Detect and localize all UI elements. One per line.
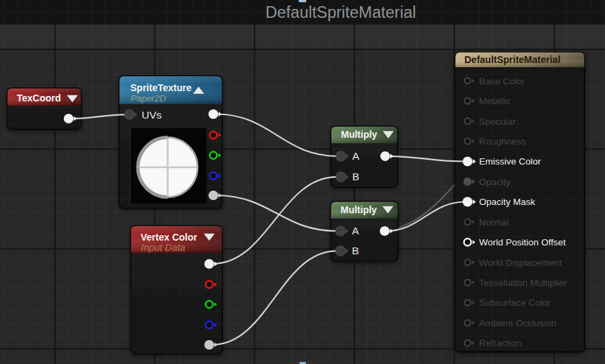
svg-text:Multiply: Multiply xyxy=(341,204,377,215)
svg-text:DefaultSpriteMaterial: DefaultSpriteMaterial xyxy=(265,3,416,21)
svg-text:Refraction: Refraction xyxy=(479,338,522,348)
svg-text:Paper2D: Paper2D xyxy=(131,93,166,104)
svg-text:UVs: UVs xyxy=(142,109,163,121)
svg-text:Metallic: Metallic xyxy=(479,96,511,106)
svg-text:TexCoord: TexCoord xyxy=(17,93,61,104)
svg-text:A: A xyxy=(352,225,359,236)
svg-text:Roughness: Roughness xyxy=(479,136,527,147)
svg-text:Normal: Normal xyxy=(479,217,510,228)
svg-text:A: A xyxy=(353,150,360,162)
svg-text:B: B xyxy=(353,171,359,182)
svg-text:Base Color: Base Color xyxy=(479,76,525,86)
svg-text:DefaultSpriteMaterial: DefaultSpriteMaterial xyxy=(464,54,560,65)
svg-text:Input Data: Input Data xyxy=(141,242,186,253)
svg-text:Opacity: Opacity xyxy=(479,177,511,187)
svg-text:SpriteTexture: SpriteTexture xyxy=(130,82,191,93)
svg-text:Ambient Occlusion: Ambient Occlusion xyxy=(479,318,557,328)
svg-text:Multiply: Multiply xyxy=(341,129,377,140)
svg-text:Specular: Specular xyxy=(479,117,517,127)
svg-text:Tessellation Multiplier: Tessellation Multiplier xyxy=(479,278,568,288)
svg-text:Subsurface Color: Subsurface Color xyxy=(479,298,551,308)
svg-text:B: B xyxy=(352,245,359,256)
svg-text:Opacity Mask: Opacity Mask xyxy=(479,197,536,207)
svg-text:World Displacement: World Displacement xyxy=(479,258,562,268)
svg-text:Emissive Color: Emissive Color xyxy=(479,156,542,167)
svg-text:World Position Offset: World Position Offset xyxy=(479,237,567,247)
